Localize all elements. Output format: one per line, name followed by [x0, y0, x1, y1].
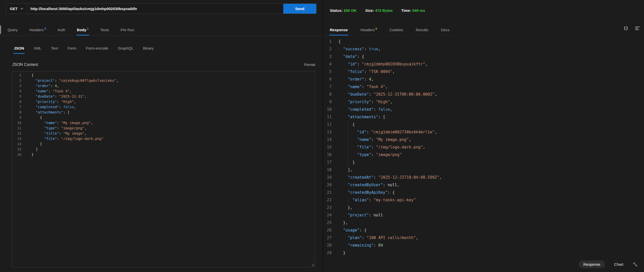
code-line: 17 }	[323, 159, 644, 166]
code-line: 2 "project": "cmjek8ugc00flqwbs7smzieku"…	[12, 78, 315, 83]
tab-json[interactable]: JSON	[14, 42, 24, 54]
tab-binary[interactable]: Binary	[143, 42, 154, 54]
format-json-icon[interactable]: {}	[624, 26, 628, 30]
tab-results[interactable]: Results	[416, 24, 428, 35]
code-text: "name": "Task 4",	[25, 89, 315, 94]
code-line: 21 "createdByApiKey": {	[323, 189, 644, 196]
code-text: "name": "My image.png",	[335, 136, 644, 143]
json-body-editor[interactable]: 1{2 "project": "cmjek8ugc00flqwbs7smziek…	[12, 71, 315, 267]
line-number: 28	[323, 242, 335, 249]
tab-headers[interactable]: Headers6	[360, 24, 377, 35]
line-number: 6	[323, 75, 335, 83]
line-number: 4	[323, 60, 335, 68]
line-number: 6	[12, 99, 25, 104]
tab-headers[interactable]: Headers3	[29, 24, 46, 35]
line-number: 1	[323, 38, 335, 45]
url-input[interactable]	[27, 4, 283, 14]
tab-response[interactable]: Response	[330, 24, 348, 35]
line-number: 21	[323, 189, 335, 196]
tab-form-encode[interactable]: Form-encode	[86, 42, 108, 54]
code-text: "createdAt": "2025-12-21T18:04:08.599Z",	[335, 174, 644, 181]
code-text: }	[335, 159, 644, 166]
send-button[interactable]: Send	[283, 4, 316, 14]
tab-label: Text	[51, 46, 58, 50]
code-line: 16 "type": "image/png"	[323, 151, 644, 159]
line-number: 11	[12, 126, 25, 131]
tab-graphql[interactable]: GraphQL	[118, 42, 133, 54]
line-number: 10	[323, 106, 335, 113]
expand-icon[interactable]	[632, 262, 638, 267]
tab-text[interactable]: Text	[51, 42, 58, 54]
code-line: 20 "createdByUser": null,	[323, 181, 644, 189]
line-number: 9	[323, 98, 335, 106]
tab-label: Response	[330, 28, 348, 32]
meta-label: Size:	[365, 8, 375, 13]
tab-body[interactable]: Body1	[77, 24, 89, 35]
line-number: 14	[12, 141, 25, 147]
code-text: "attachments": [	[25, 110, 315, 115]
line-number: 1	[12, 73, 25, 78]
line-number: 14	[323, 136, 335, 143]
code-text: "name": "Task 4",	[335, 83, 644, 91]
code-text: "createdByApiKey": {	[335, 189, 644, 196]
tab-label: Query	[8, 28, 18, 32]
response-toolbar-icons: {}	[624, 26, 640, 30]
tab-docs[interactable]: Docs	[441, 24, 450, 35]
code-line: 25 },	[323, 219, 644, 226]
method-label: GET	[10, 7, 18, 11]
tab-label: Docs	[441, 28, 450, 32]
code-line: 1{	[12, 73, 315, 78]
tab-label: Pre Run	[120, 28, 134, 32]
method-dropdown[interactable]: GET	[6, 4, 27, 14]
code-line: 24 "project": null	[323, 211, 644, 219]
line-number: 17	[323, 159, 335, 166]
tab-label: GraphQL	[118, 46, 133, 50]
code-text: "type": "image/png"	[335, 151, 644, 159]
tab-tests[interactable]: Tests	[100, 24, 109, 35]
tab-count-badge: 1	[87, 27, 89, 30]
code-text: "usage": {	[335, 226, 644, 234]
tab-pre-run[interactable]: Pre Run	[120, 24, 134, 35]
code-line: 5 "folio": "TSK-0004",	[323, 68, 644, 75]
format-button[interactable]: Format	[304, 63, 315, 67]
request-body-code: 1{2 "project": "cmjek8ugc00flqwbs7smziek…	[12, 73, 315, 157]
code-line: 8 "attachments": [	[12, 110, 315, 115]
meta-value: 200 OK	[344, 8, 357, 13]
tab-query[interactable]: Query	[8, 24, 18, 35]
line-number: 5	[12, 94, 25, 99]
code-line: 15 ]	[12, 147, 315, 152]
line-number: 10	[12, 120, 25, 126]
tab-cookies[interactable]: Cookies	[390, 24, 403, 35]
code-text: "order": 4,	[335, 75, 644, 83]
line-number: 26	[323, 226, 335, 234]
code-line: 7 "completed": false,	[12, 104, 315, 110]
code-line: 27 "plan": "100 API calls/month",	[323, 234, 644, 242]
view-response-button[interactable]: Response	[579, 260, 605, 268]
tab-xml[interactable]: XML	[34, 42, 42, 54]
response-footer: Response Chart	[579, 260, 638, 268]
code-line: 11 "attachments": [	[323, 113, 644, 121]
line-number: 18	[323, 166, 335, 174]
view-chart-button[interactable]: Chart	[614, 262, 623, 266]
tab-auth[interactable]: Auth	[58, 24, 65, 35]
menu-lines-icon[interactable]	[635, 26, 640, 30]
code-text: "priority": "High",	[335, 98, 644, 106]
code-text: "createdByUser": null,	[335, 181, 644, 189]
body-section-title: JSON Content	[12, 62, 38, 67]
code-text: "dueDate": "2025-12-31T00:00:00.000Z",	[335, 91, 644, 98]
line-number: 8	[12, 110, 25, 115]
code-text: {	[335, 38, 644, 45]
resize-handle-icon[interactable]	[311, 263, 314, 266]
code-line: 12 {	[323, 121, 644, 128]
code-line: 26 "usage": {	[323, 226, 644, 234]
code-text: {	[335, 121, 644, 128]
tab-form[interactable]: Form	[67, 42, 76, 54]
tab-label: Auth	[58, 28, 65, 32]
code-text: "title": "My image",	[25, 131, 315, 136]
line-number: 11	[323, 113, 335, 121]
code-line: 9 {	[12, 115, 315, 120]
tab-label: Headers	[29, 28, 44, 32]
code-line: 9 "priority": "High",	[323, 98, 644, 106]
line-number: 16	[323, 151, 335, 159]
response-body-code: 1{2 "success": true,3 "data": {4 "id": "…	[323, 38, 644, 259]
